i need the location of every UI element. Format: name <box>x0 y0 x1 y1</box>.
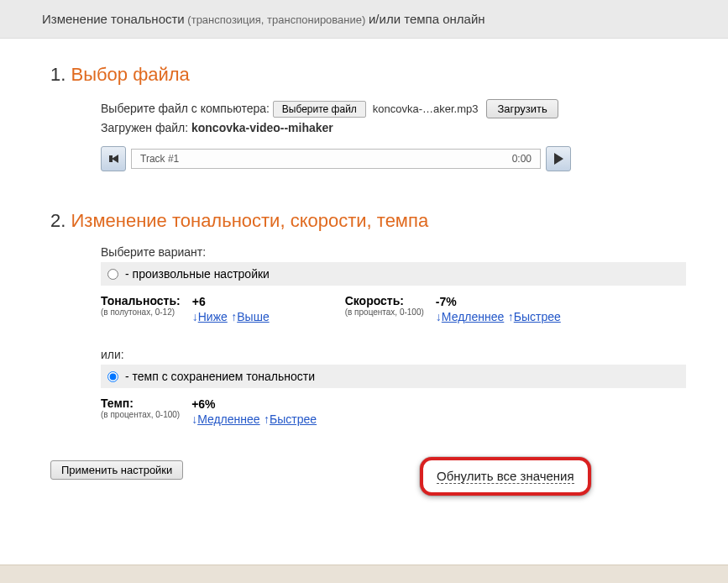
play-icon <box>554 153 563 165</box>
pitch-value: +6 <box>192 295 206 308</box>
header-bar: Изменение тональности (транспозиция, тра… <box>0 0 728 39</box>
tempo-block: Темп: (в процентах, 0-100) +6% ↓ Медленн… <box>101 397 317 427</box>
chosen-file-name: koncovka-…aker.mp3 <box>373 102 479 115</box>
section1-number: 1. <box>50 64 65 85</box>
loaded-file-prefix: Загружен файл: <box>101 121 191 134</box>
reset-values-link[interactable]: Обнулить все значения <box>437 469 574 484</box>
option-tempo-row[interactable]: - темп с сохранением тональности <box>101 365 686 388</box>
option-tempo-radio[interactable] <box>107 371 118 382</box>
reset-highlight: Обнулить все значения <box>420 457 591 496</box>
pitch-label: Тональность: <box>101 294 181 307</box>
track-time: 0:00 <box>512 153 532 165</box>
section1-heading: 1. Выбор файла <box>50 64 686 86</box>
option-tempo-label: - темп с сохранением тональности <box>125 370 315 383</box>
apply-settings-button[interactable]: Применить настройки <box>50 460 183 480</box>
audio-track[interactable]: Track #1 0:00 <box>131 149 541 169</box>
option-free-label: - произвольные настройки <box>125 267 270 281</box>
play-button[interactable] <box>546 146 571 171</box>
track-label: Track #1 <box>140 153 179 165</box>
arrow-down-icon: ↓ <box>192 310 198 323</box>
option-free-radio[interactable] <box>107 269 118 280</box>
loaded-file-row: Загружен файл: koncovka-video--mihaker <box>101 121 686 134</box>
pitch-block: Тональность: (в полутонах, 0-12) +6 ↓ Ни… <box>101 294 270 324</box>
section2-number: 2. <box>50 210 65 231</box>
section2-title: Изменение тональности, скорости, темпа <box>71 210 428 231</box>
tempo-value: +6% <box>191 397 215 411</box>
choose-variant-label: Выберите вариант: <box>101 245 686 259</box>
pitch-hint: (в полутонах, 0-12) <box>101 307 181 317</box>
footer-bar <box>0 565 728 583</box>
speed-block: Скорость: (в процентах, 0-100) -7% ↓ Мед… <box>345 294 561 324</box>
loaded-file-name: koncovka-video--mihaker <box>191 121 333 134</box>
arrow-down-icon: ↓ <box>436 310 442 323</box>
speed-label: Скорость: <box>345 294 424 307</box>
tempo-faster-link[interactable]: ↑ Быстрее <box>264 412 317 426</box>
header-title-b: и/или темпа онлайн <box>369 12 485 26</box>
volume-button[interactable] <box>101 146 126 171</box>
tempo-label: Темп: <box>101 397 180 410</box>
option-free-row[interactable]: - произвольные настройки <box>101 262 686 286</box>
arrow-up-icon: ↑ <box>508 310 514 323</box>
pitch-higher-link[interactable]: ↑ Выше <box>231 310 269 323</box>
upload-button[interactable]: Загрузить <box>486 99 558 118</box>
file-select-row: Выберите файл с компьютера: Выберите фай… <box>101 99 686 118</box>
or-label: или: <box>101 348 686 361</box>
section1-title: Выбор файла <box>71 64 189 85</box>
header-subtitle: (транспозиция, транспонирование) <box>185 13 369 26</box>
speed-value: -7% <box>436 295 457 308</box>
file-select-label: Выберите файл с компьютера: <box>101 102 270 115</box>
header-title-a: Изменение тональности <box>42 12 185 26</box>
tempo-hint: (в процентах, 0-100) <box>101 410 180 419</box>
section2-heading: 2. Изменение тональности, скорости, темп… <box>50 210 686 232</box>
speed-faster-link[interactable]: ↑ Быстрее <box>508 310 561 323</box>
speaker-icon <box>109 155 118 163</box>
speed-hint: (в процентах, 0-100) <box>345 307 424 317</box>
speed-slower-link[interactable]: ↓ Медленнее <box>436 310 504 323</box>
choose-file-button[interactable]: Выберите файл <box>273 101 366 118</box>
tempo-slower-link[interactable]: ↓ Медленнее <box>191 412 259 426</box>
pitch-lower-link[interactable]: ↓ Ниже <box>192 310 228 323</box>
